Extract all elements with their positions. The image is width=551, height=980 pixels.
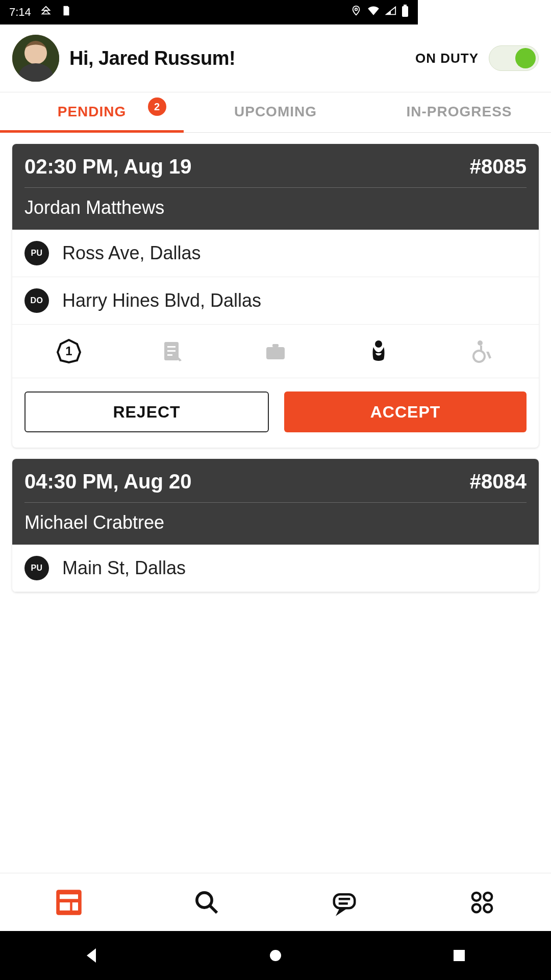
ride-card: 04:30 PM, Aug 20 #8084 Michael Crabtree …	[12, 459, 418, 592]
svg-point-0	[355, 8, 358, 11]
tab-upcoming[interactable]: UPCOMING	[184, 92, 367, 132]
tab-bar: PENDING 2 UPCOMING IN-PROGRESS	[0, 92, 418, 133]
status-bar: 7:14	[0, 0, 418, 24]
battery-icon	[402, 5, 409, 20]
ride-datetime: 04:30 PM, Aug 20	[24, 470, 192, 493]
tab-label: IN-PROGRESS	[406, 104, 418, 119]
svg-rect-13	[272, 344, 279, 347]
app-indicator-icon	[40, 5, 52, 19]
child-seat-icon[interactable]	[365, 338, 392, 364]
ride-card: 02:30 PM, Aug 19 #8085 Jordan Matthews P…	[12, 144, 418, 448]
wifi-icon	[367, 4, 380, 20]
passenger-count-icon[interactable]: 1	[56, 338, 82, 364]
svg-text:1: 1	[66, 344, 72, 358]
tab-in-progress[interactable]: IN-PROGRESS	[367, 92, 418, 132]
notes-icon[interactable]	[159, 338, 186, 364]
ride-attributes: 1	[12, 325, 418, 378]
dropoff-badge-icon: DO	[24, 288, 49, 313]
tab-pending[interactable]: PENDING 2	[0, 92, 184, 132]
tab-label: PENDING	[58, 104, 127, 119]
cell-signal-icon	[385, 5, 396, 19]
ride-list: 02:30 PM, Aug 19 #8085 Jordan Matthews P…	[0, 133, 418, 592]
action-row: REJECT ACCEPT	[12, 378, 418, 448]
ride-datetime: 02:30 PM, Aug 19	[24, 155, 192, 178]
rider-name: Michael Crabtree	[24, 503, 418, 533]
svg-point-14	[375, 340, 382, 348]
avatar[interactable]	[12, 35, 59, 82]
dropoff-row: DO Harry Hines Blvd, Dallas	[12, 277, 418, 325]
location-pin-icon	[350, 5, 362, 19]
pending-count-badge: 2	[148, 97, 166, 116]
luggage-icon[interactable]	[262, 338, 289, 364]
svg-rect-11	[167, 354, 172, 356]
tab-label: UPCOMING	[234, 104, 317, 119]
pickup-address: Ross Ave, Dallas	[62, 242, 201, 264]
dropoff-address: Harry Hines Blvd, Dallas	[62, 290, 261, 311]
status-time: 7:14	[9, 6, 31, 19]
app-header: Hi, Jared Russum! ON DUTY	[0, 24, 418, 92]
greeting-text: Hi, Jared Russum!	[69, 47, 235, 69]
pickup-row: PU Ross Ave, Dallas	[12, 230, 418, 277]
pickup-address: Main St, Dallas	[62, 557, 186, 579]
accept-button[interactable]: ACCEPT	[284, 391, 418, 432]
card-header[interactable]: 04:30 PM, Aug 20 #8084 Michael Crabtree	[12, 459, 418, 545]
sd-card-icon	[61, 5, 72, 19]
svg-rect-1	[402, 6, 408, 17]
pickup-badge-icon: PU	[24, 241, 49, 265]
rider-name: Jordan Matthews	[24, 188, 418, 218]
reject-button[interactable]: REJECT	[24, 391, 269, 432]
svg-rect-10	[167, 350, 176, 352]
duty-label: ON DUTY	[415, 51, 418, 66]
pickup-row: PU Main St, Dallas	[12, 545, 418, 592]
card-header[interactable]: 02:30 PM, Aug 19 #8085 Jordan Matthews	[12, 144, 418, 230]
pickup-badge-icon: PU	[24, 556, 49, 580]
svg-rect-2	[404, 5, 407, 6]
svg-rect-9	[167, 346, 176, 348]
svg-rect-12	[266, 347, 285, 359]
